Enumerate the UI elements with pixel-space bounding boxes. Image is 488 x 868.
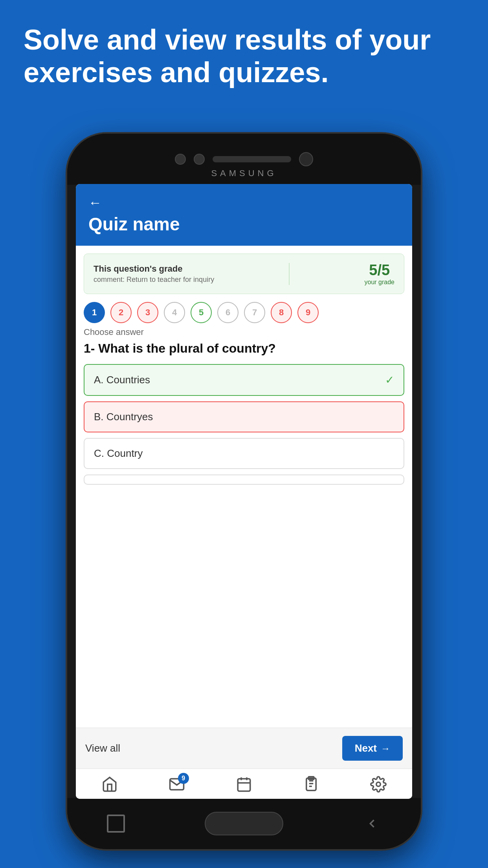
phone-bottom-bar — [67, 798, 421, 849]
grade-comment: comment: Return to teacher for inquiry — [94, 276, 214, 284]
samsung-brand-label: SAMSUNG — [211, 168, 277, 178]
home-button[interactable] — [205, 812, 283, 835]
grade-number: 5/5 — [364, 262, 394, 279]
phone-shell: SAMSUNG ← Quiz name T — [67, 134, 421, 849]
hero-heading: Solve and view results of your exercises… — [24, 24, 464, 89]
answer-option-b[interactable]: B. Countryes — [84, 401, 404, 432]
nav-assignments[interactable] — [303, 776, 319, 793]
nav-calendar[interactable] — [236, 776, 252, 793]
phone-camera-mid — [194, 154, 205, 165]
action-bar: View all Next → — [76, 728, 412, 769]
question-number-2[interactable]: 2 — [110, 302, 132, 323]
grade-card: This question's grade comment: Return to… — [84, 254, 404, 294]
next-button[interactable]: Next → — [342, 736, 403, 761]
grade-divider — [289, 263, 290, 285]
question-number-8[interactable]: 8 — [271, 302, 292, 323]
answer-text-a: A. Countries — [94, 374, 150, 386]
answer-option-a[interactable]: A. Countries ✓ — [84, 364, 404, 396]
phone-mockup: SAMSUNG ← Quiz name T — [67, 134, 421, 849]
question-numbers-row: 1 2 3 4 5 6 7 8 9 — [76, 302, 412, 323]
phone-screen: ← Quiz name This question's grade commen… — [76, 184, 412, 799]
nav-home[interactable] — [101, 776, 118, 793]
question-number-6[interactable]: 6 — [217, 302, 238, 323]
grade-label: This question's grade — [94, 264, 214, 274]
question-number-4[interactable]: 4 — [164, 302, 185, 323]
answer-text-c: C. Country — [94, 447, 143, 460]
grade-your-label: your grade — [364, 279, 394, 286]
svg-rect-0 — [238, 779, 250, 791]
next-button-label: Next — [355, 742, 377, 754]
back-arrow-icon[interactable]: ← — [88, 195, 400, 210]
recent-apps-button[interactable] — [107, 815, 125, 833]
answer-option-c[interactable]: C. Country — [84, 438, 404, 469]
svg-point-9 — [376, 782, 381, 787]
answer-option-d[interactable] — [84, 474, 404, 485]
question-number-3[interactable]: 3 — [137, 302, 158, 323]
quiz-title: Quiz name — [88, 213, 400, 235]
question-number-9[interactable]: 9 — [297, 302, 319, 323]
answers-list: A. Countries ✓ B. Countryes C. Country — [76, 364, 412, 485]
scroll-content[interactable]: This question's grade comment: Return to… — [76, 246, 412, 799]
question-text: 1- What is the plural of country? — [76, 340, 412, 357]
nav-settings[interactable] — [370, 776, 387, 793]
nav-mail[interactable]: 9 — [169, 776, 185, 793]
question-number-5[interactable]: 5 — [191, 302, 212, 323]
phone-camera-right — [299, 152, 313, 166]
answer-text-b: B. Countryes — [94, 411, 153, 423]
grade-score: 5/5 your grade — [364, 262, 394, 286]
question-number-1[interactable]: 1 — [84, 302, 105, 323]
view-all-label[interactable]: View all — [85, 742, 120, 754]
choose-answer-label: Choose answer — [76, 327, 412, 337]
phone-speaker — [213, 156, 291, 162]
check-icon-a: ✓ — [385, 373, 394, 386]
next-arrow-icon: → — [381, 743, 390, 754]
mail-badge: 9 — [178, 773, 189, 784]
phone-camera-left — [175, 154, 186, 165]
app-header: ← Quiz name — [76, 184, 412, 246]
back-button-phone[interactable] — [363, 815, 381, 833]
question-number-7[interactable]: 7 — [244, 302, 265, 323]
bottom-bar: View all Next → — [76, 728, 412, 799]
bottom-nav-bar: 9 — [76, 769, 412, 799]
